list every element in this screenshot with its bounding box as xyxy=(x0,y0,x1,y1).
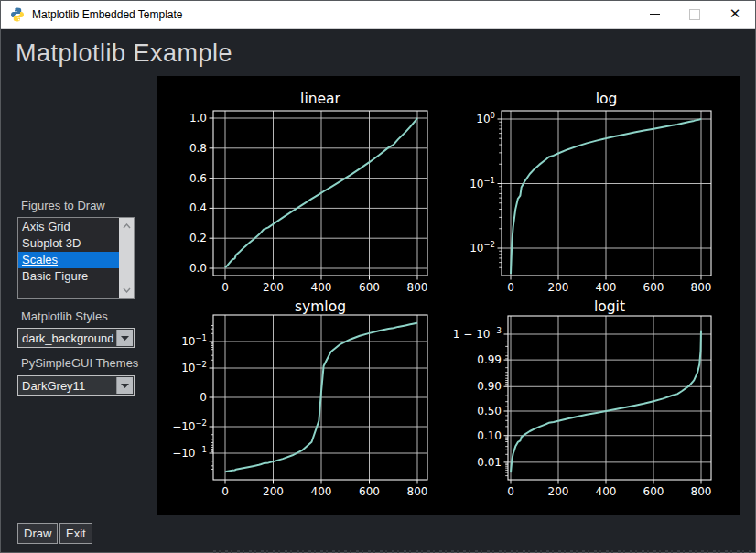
matplotlib-styles-label: Matplotlib Styles xyxy=(21,309,108,323)
svg-text:400: 400 xyxy=(311,485,332,498)
svg-text:0.4: 0.4 xyxy=(189,201,207,214)
pysimplegui-themes-label: PySimpleGUI Themes xyxy=(21,356,138,370)
scroll-up-icon[interactable] xyxy=(119,220,134,233)
subplot-log: 020040060080010010−110−2log xyxy=(448,76,740,296)
svg-text:0: 0 xyxy=(507,281,514,294)
list-item-label: Subplot 3D xyxy=(22,236,81,250)
close-button[interactable]: ✕ xyxy=(715,1,755,27)
themes-combo-dropdown-button[interactable] xyxy=(116,377,133,394)
subplot-title-linear: linear xyxy=(300,91,340,107)
figures-listbox[interactable]: Axis GridSubplot 3DScalesBasic Figure xyxy=(17,217,135,299)
list-item-label: Scales xyxy=(22,253,58,266)
svg-text:10−2: 10−2 xyxy=(181,360,207,374)
list-item-scales[interactable]: Scales xyxy=(18,252,119,268)
window-title: Matplotlib Embedded Template xyxy=(32,8,183,21)
svg-text:800: 800 xyxy=(407,485,428,498)
svg-text:600: 600 xyxy=(643,281,664,294)
figures-list-items: Axis GridSubplot 3DScalesBasic Figure xyxy=(18,219,119,285)
svg-text:10−1: 10−1 xyxy=(470,176,495,190)
svg-text:0.01: 0.01 xyxy=(477,456,502,469)
svg-text:10−2: 10−2 xyxy=(470,240,495,255)
minimize-icon xyxy=(650,14,660,15)
chevron-down-icon xyxy=(121,336,129,341)
svg-text:0: 0 xyxy=(221,485,229,498)
svg-text:600: 600 xyxy=(359,281,380,294)
svg-text:200: 200 xyxy=(263,281,284,294)
svg-text:−10−1: −10−1 xyxy=(172,445,207,460)
svg-text:1 − 10−3: 1 − 10−3 xyxy=(453,326,502,341)
list-item-label: Basic Figure xyxy=(22,269,88,283)
draw-button[interactable]: Draw xyxy=(17,523,58,544)
svg-text:0.6: 0.6 xyxy=(189,172,207,185)
figures-to-draw-label: Figures to Draw xyxy=(21,199,105,212)
matplotlib-figure-canvas: 02004006008000.00.20.40.60.81.0linear020… xyxy=(157,76,740,515)
subplot-title-log: log xyxy=(596,91,618,107)
svg-text:0: 0 xyxy=(221,281,229,294)
chevron-down-icon xyxy=(121,384,129,388)
styles-combo-value: dark_background xyxy=(22,331,113,345)
svg-text:200: 200 xyxy=(548,485,569,498)
svg-text:600: 600 xyxy=(359,485,380,498)
svg-text:0.0: 0.0 xyxy=(189,262,207,275)
svg-text:200: 200 xyxy=(548,281,569,294)
list-item-axis-grid[interactable]: Axis Grid xyxy=(18,219,119,235)
listbox-scrollbar[interactable] xyxy=(119,218,134,298)
styles-combo-dropdown-button[interactable] xyxy=(116,330,133,346)
svg-text:800: 800 xyxy=(407,281,428,294)
svg-text:0: 0 xyxy=(507,485,514,498)
svg-text:0.90: 0.90 xyxy=(477,380,502,393)
svg-text:100: 100 xyxy=(476,111,495,125)
svg-text:0.10: 0.10 xyxy=(477,429,502,442)
subplot-symlog: 020040060080010−110−20−10−2−10−1symlog xyxy=(157,296,448,517)
svg-text:0: 0 xyxy=(200,391,207,404)
subplot-logit: 02004006008001 − 10−30.990.900.500.100.0… xyxy=(448,296,740,517)
svg-text:0.2: 0.2 xyxy=(189,232,207,244)
scroll-down-icon[interactable] xyxy=(119,284,134,297)
svg-text:−10−2: −10−2 xyxy=(172,418,207,433)
svg-text:600: 600 xyxy=(643,485,664,498)
list-item-label: Axis Grid xyxy=(22,220,70,233)
subplot-title-symlog: symlog xyxy=(295,298,346,315)
pysimplegui-themes-combo[interactable]: DarkGrey11 xyxy=(17,375,135,396)
maximize-button[interactable] xyxy=(675,1,715,27)
svg-text:0.50: 0.50 xyxy=(477,405,502,417)
close-icon: ✕ xyxy=(729,7,741,21)
subplot-title-logit: logit xyxy=(594,298,625,315)
svg-text:800: 800 xyxy=(691,281,712,294)
titlebar[interactable]: Matplotlib Embedded Template ✕ xyxy=(1,1,755,29)
matplotlib-styles-combo[interactable]: dark_background xyxy=(17,328,135,348)
svg-text:10−1: 10−1 xyxy=(181,333,207,348)
subplot-linear: 02004006008000.00.20.40.60.81.0linear xyxy=(157,76,448,296)
minimize-button[interactable] xyxy=(634,1,675,27)
svg-text:0.8: 0.8 xyxy=(189,142,207,155)
list-item-basic-figure[interactable]: Basic Figure xyxy=(18,268,119,285)
themes-combo-value: DarkGrey11 xyxy=(22,379,85,393)
python-logo-icon xyxy=(10,7,25,22)
svg-text:0.99: 0.99 xyxy=(477,353,502,366)
exit-button[interactable]: Exit xyxy=(59,523,92,544)
svg-text:1.0: 1.0 xyxy=(189,112,207,125)
maximize-icon xyxy=(689,9,700,20)
page-title: Matplotlib Example xyxy=(16,39,232,68)
svg-text:400: 400 xyxy=(596,281,617,294)
svg-text:800: 800 xyxy=(691,485,712,498)
svg-text:400: 400 xyxy=(311,281,332,294)
svg-text:400: 400 xyxy=(596,485,617,498)
list-item-subplot-3d[interactable]: Subplot 3D xyxy=(18,235,119,252)
app-window: Matplotlib Embedded Template ✕ Matplotli… xyxy=(0,0,756,553)
svg-text:200: 200 xyxy=(263,485,284,498)
